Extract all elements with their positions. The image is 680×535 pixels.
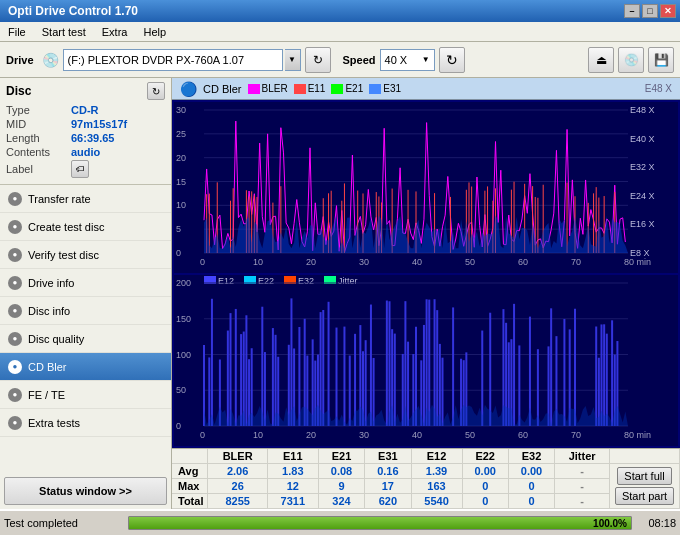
fe-te-icon: ● (8, 388, 22, 402)
progress-bar: 100.0% (128, 516, 632, 530)
disc-info-icon: ● (8, 304, 22, 318)
sidebar-item-transfer-rate[interactable]: ● Transfer rate (0, 185, 171, 213)
cd-bler-icon: ● (8, 360, 22, 374)
transfer-rate-icon: ● (8, 192, 22, 206)
legend-e21: E21 (331, 83, 363, 94)
chart-title: CD Bler (203, 83, 242, 95)
speed-dropdown[interactable]: 40 X ▼ (380, 49, 435, 71)
chart-icon: 🔵 (180, 81, 197, 97)
col-e21: E21 (318, 449, 364, 464)
start-full-button[interactable]: Start full (617, 467, 671, 485)
speed-refresh-button[interactable]: ↻ (439, 47, 465, 73)
table-row-total: Total 8255 7311 324 620 5540 0 0 - (172, 494, 680, 509)
start-part-button[interactable]: Start part (615, 487, 674, 505)
close-button[interactable]: ✕ (660, 4, 676, 18)
menu-extra[interactable]: Extra (98, 25, 132, 39)
disc-type-row: Type CD-R (6, 104, 165, 116)
maximize-button[interactable]: □ (642, 4, 658, 18)
main-content: Disc ↻ Type CD-R MID 97m15s17f Length 66… (0, 78, 680, 509)
col-e22: E22 (462, 449, 508, 464)
status-text: Test completed (4, 517, 124, 529)
drive-dropdown[interactable]: (F:) PLEXTOR DVDR PX-760A 1.07 (63, 49, 283, 71)
sidebar-item-cd-bler[interactable]: ● CD Bler (0, 353, 171, 381)
legend-bler-color (248, 84, 260, 94)
disc-mid-row: MID 97m15s17f (6, 118, 165, 130)
legend-e31: E31 (369, 83, 401, 94)
create-test-disc-icon: ● (8, 220, 22, 234)
sidebar-item-create-test-disc[interactable]: ● Create test disc (0, 213, 171, 241)
verify-test-disc-icon: ● (8, 248, 22, 262)
drive-label: Drive (6, 54, 34, 66)
disc-label-label: Label (6, 163, 71, 175)
sidebar-item-fe-te[interactable]: ● FE / TE (0, 381, 171, 409)
col-e11: E11 (267, 449, 318, 464)
sidebar-item-label: Disc quality (28, 333, 84, 345)
disc-quality-icon: ● (8, 332, 22, 346)
menu-start-test[interactable]: Start test (38, 25, 90, 39)
drive-info-icon: ● (8, 276, 22, 290)
sidebar-item-drive-info[interactable]: ● Drive info (0, 269, 171, 297)
disc-type-value: CD-R (71, 104, 99, 116)
drive-icon: 💿 (42, 52, 59, 68)
sidebar-item-label: Disc info (28, 305, 70, 317)
col-e12: E12 (411, 449, 462, 464)
window-controls: – □ ✕ (624, 4, 676, 18)
sidebar-item-disc-quality[interactable]: ● Disc quality (0, 325, 171, 353)
disc-refresh-button[interactable]: ↻ (147, 82, 165, 100)
title-bar: Opti Drive Control 1.70 – □ ✕ (0, 0, 680, 22)
drive-selector[interactable]: 💿 (F:) PLEXTOR DVDR PX-760A 1.07 ▼ (42, 49, 301, 71)
col-bler: BLER (208, 449, 267, 464)
menu-help[interactable]: Help (139, 25, 170, 39)
eject-button[interactable]: ⏏ (588, 47, 614, 73)
menu-bar: File Start test Extra Help (0, 22, 680, 42)
sidebar-item-label: Transfer rate (28, 193, 91, 205)
legend-e21-color (331, 84, 343, 94)
disc-section: Disc ↻ Type CD-R MID 97m15s17f Length 66… (0, 78, 171, 185)
legend-bler: BLER (248, 83, 288, 94)
extra-tests-icon: ● (8, 416, 22, 430)
speed-label: Speed (343, 54, 376, 66)
sidebar-item-disc-info[interactable]: ● Disc info (0, 297, 171, 325)
disc-contents-value: audio (71, 146, 100, 158)
elapsed-time: 08:18 (636, 517, 676, 529)
sidebar: Disc ↻ Type CD-R MID 97m15s17f Length 66… (0, 78, 172, 509)
bottom-chart (174, 275, 678, 446)
table-row-avg: Avg 2.06 1.83 0.08 0.16 1.39 0.00 0.00 -… (172, 464, 680, 479)
sidebar-item-label: Verify test disc (28, 249, 99, 261)
table-row-max: Max 26 12 9 17 163 0 0 - (172, 479, 680, 494)
disc-contents-row: Contents audio (6, 146, 165, 158)
disc-title: Disc (6, 84, 31, 98)
content-area: 🔵 CD Bler BLER E11 E21 E31 E48 X (172, 78, 680, 509)
disc-header: Disc ↻ (6, 82, 165, 100)
chart-header: 🔵 CD Bler BLER E11 E21 E31 E48 X (172, 78, 680, 100)
charts-container (172, 100, 680, 448)
col-e32: E32 (508, 449, 554, 464)
sidebar-item-label: CD Bler (28, 361, 67, 373)
col-e31: E31 (365, 449, 411, 464)
drive-refresh-button[interactable]: ↻ (305, 47, 331, 73)
drive-dropdown-arrow[interactable]: ▼ (285, 49, 301, 71)
toolbar: Drive 💿 (F:) PLEXTOR DVDR PX-760A 1.07 ▼… (0, 42, 680, 78)
legend-e11: E11 (294, 83, 326, 94)
legend-e31-color (369, 84, 381, 94)
bottom-chart-wrapper (174, 275, 678, 446)
sidebar-item-verify-test-disc[interactable]: ● Verify test disc (0, 241, 171, 269)
sidebar-item-extra-tests[interactable]: ● Extra tests (0, 409, 171, 437)
progress-label: 100.0% (593, 517, 627, 529)
status-window-button[interactable]: Status window >> (4, 477, 167, 505)
stats-section: BLER E11 E21 E31 E12 E22 E32 Jitter Avg (172, 448, 680, 509)
status-bar: Test completed 100.0% 08:18 (0, 509, 680, 535)
col-jitter: Jitter (555, 449, 610, 464)
disc-contents-label: Contents (6, 146, 71, 158)
disc-length-row: Length 66:39.65 (6, 132, 165, 144)
action-buttons-cell: Start full Start part (610, 464, 680, 509)
sidebar-item-label: Drive info (28, 277, 74, 289)
disc-type-label: Type (6, 104, 71, 116)
save-button[interactable]: 💾 (648, 47, 674, 73)
disc-length-label: Length (6, 132, 71, 144)
menu-file[interactable]: File (4, 25, 30, 39)
disc-button[interactable]: 💿 (618, 47, 644, 73)
minimize-button[interactable]: – (624, 4, 640, 18)
sidebar-item-label: Extra tests (28, 417, 80, 429)
disc-label-icon[interactable]: 🏷 (71, 160, 89, 178)
